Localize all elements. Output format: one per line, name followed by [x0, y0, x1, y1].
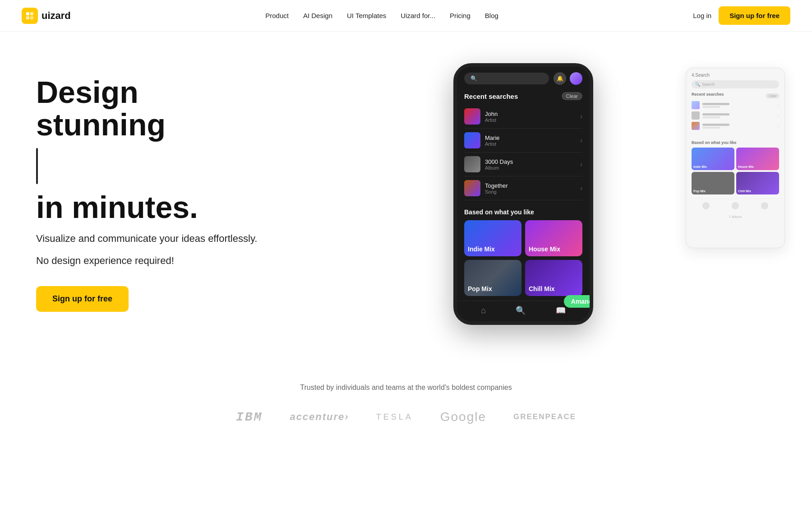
wireframe-chevron-3000: › — [778, 114, 779, 118]
wireframe-thumb-3000 — [692, 111, 700, 120]
wireframe-info-3000 — [702, 113, 775, 118]
svg-rect-2 — [26, 16, 29, 19]
logo-bar: IBM accenture› TESLA Google GREENPEACE — [18, 410, 794, 424]
phone-search-bar: 🔍 — [464, 73, 549, 84]
recent-header: Recent searches Clear — [464, 92, 582, 100]
wireframe-recent-title: Recent searches — [692, 92, 724, 97]
wireframe-sub-together — [702, 127, 720, 129]
wireframe-name-together — [702, 124, 729, 126]
logo-tesla: TESLA — [376, 412, 413, 422]
svg-rect-1 — [30, 12, 33, 15]
recent-title: Recent searches — [464, 93, 518, 100]
marie-type: Artist — [485, 141, 500, 147]
nav-actions: Log in Sign up for free — [693, 6, 790, 25]
wireframe-mix-house: House Mix — [736, 148, 779, 170]
clear-button[interactable]: Clear — [562, 92, 582, 100]
wireframe-chevron-marie: › — [778, 103, 779, 107]
mix-grid: Indie Mix House Mix Pop Mix Chill Mix — [464, 220, 582, 296]
trusted-text: Trusted by individuals and teams at the … — [18, 384, 794, 392]
wireframe-thumb-together — [692, 122, 700, 130]
chill-mix-label: Chill Mix — [529, 285, 555, 292]
based-title: Based on what you like — [464, 208, 582, 216]
notification-icon: 🔔 — [554, 72, 566, 85]
logo[interactable]: uizard — [22, 8, 71, 24]
cursor-badge: Amanda — [564, 295, 593, 308]
trusted-section: Trusted by individuals and teams at the … — [0, 356, 812, 442]
hero-title-line2: in minutes. — [36, 190, 198, 224]
wireframe-based-title: Based on what you like — [686, 140, 784, 145]
wireframe-info-marie — [702, 103, 775, 108]
chill-mix-card[interactable]: Chill Mix — [525, 260, 582, 296]
nav-pricing[interactable]: Pricing — [450, 12, 471, 19]
search-item-john-left: John Artist — [464, 108, 498, 125]
search-item-john: John Artist › — [464, 105, 582, 129]
house-mix-card[interactable]: House Mix — [525, 220, 582, 256]
svg-rect-3 — [30, 16, 33, 19]
search-nav-icon[interactable]: 🔍 — [516, 305, 526, 315]
phone-header-icons: 🔔 — [554, 72, 582, 85]
marie-thumb — [464, 132, 480, 148]
nav-ui-templates[interactable]: UI Templates — [347, 12, 386, 19]
pop-mix-card[interactable]: Pop Mix — [464, 260, 521, 296]
wireframe-nav-home — [702, 202, 710, 209]
logo-accenture: accenture› — [290, 411, 349, 423]
3000-chevron: › — [580, 161, 582, 168]
marie-name: Marie — [485, 134, 500, 141]
hero-visual: 4.Search 🔍Search Recent searches Clear › — [271, 59, 776, 329]
john-type: Artist — [485, 117, 498, 123]
house-mix-label: House Mix — [529, 245, 560, 253]
user-avatar — [570, 72, 582, 85]
search-item-marie-left: Marie Artist — [464, 132, 500, 148]
hero-sub2: No design experience required! — [36, 253, 271, 268]
logo-ibm: IBM — [236, 410, 263, 424]
wireframe-thumb-marie — [692, 101, 700, 109]
phone-header: 🔍 🔔 — [457, 67, 590, 88]
john-info: John Artist — [485, 111, 498, 123]
phone-search-icon: 🔍 — [471, 75, 477, 82]
search-item-together: Together Song › — [464, 176, 582, 200]
logo-text: uizard — [42, 10, 71, 22]
together-thumb — [464, 180, 480, 196]
3000-info: 3000 Days Album — [485, 158, 513, 171]
wireframe-mix-chill: Chill Mix — [736, 172, 779, 194]
3000-type: Album — [485, 165, 513, 171]
wireframe-mix-pop: Pop Mix — [692, 172, 734, 194]
indie-mix-card[interactable]: Indie Mix — [464, 220, 521, 256]
login-button[interactable]: Log in — [693, 12, 711, 19]
pop-mix-label: Pop Mix — [468, 285, 492, 292]
hero-cta-button[interactable]: Sign up for free — [36, 286, 129, 312]
3000-thumb — [464, 156, 480, 172]
search-item-marie: Marie Artist › — [464, 129, 582, 153]
wireframe-item-3000: › — [692, 111, 779, 120]
logo-google: Google — [440, 410, 486, 424]
nav-product[interactable]: Product — [265, 12, 289, 19]
hero-divider — [36, 148, 38, 184]
cursor-name: Amanda — [571, 298, 593, 305]
search-item-3000-left: 3000 Days Album — [464, 156, 513, 172]
indie-mix-label: Indie Mix — [468, 245, 495, 253]
home-nav-icon[interactable]: ⌂ — [481, 306, 486, 315]
wireframe-clear: Clear — [766, 93, 779, 98]
nav-blog[interactable]: Blog — [485, 12, 498, 19]
wireframe-nav-library — [761, 202, 768, 209]
wireframe-album-count: 7 Album — [686, 215, 784, 219]
hero-subtitle: Visualize and communicate your ideas eff… — [36, 231, 271, 246]
wireframe-search: 🔍Search — [692, 80, 779, 88]
marie-info: Marie Artist — [485, 134, 500, 147]
logo-greenpeace: GREENPEACE — [513, 412, 576, 421]
nav-ai-design[interactable]: AI Design — [303, 12, 332, 19]
phone-screen: 🔍 🔔 Recent searches Clear — [457, 67, 590, 321]
marie-chevron: › — [580, 137, 582, 144]
phone-mockup: 🔍 🔔 Recent searches Clear — [453, 63, 593, 325]
nav-uizard-for[interactable]: Uizard for... — [401, 12, 435, 19]
wireframe-item-together: › — [692, 122, 779, 130]
wireframe-sub-3000 — [702, 116, 720, 118]
recent-section: Recent searches Clear John Artist › — [457, 88, 590, 204]
wireframe-card: 4.Search 🔍Search Recent searches Clear › — [686, 68, 785, 248]
nav-links: Product AI Design UI Templates Uizard fo… — [265, 12, 498, 19]
wireframe-name-3000 — [702, 113, 729, 116]
signup-button-nav[interactable]: Sign up for free — [719, 6, 790, 25]
wireframe-info-together — [702, 124, 775, 129]
library-nav-icon[interactable]: 📖 — [556, 305, 566, 315]
together-chevron: › — [580, 185, 582, 192]
